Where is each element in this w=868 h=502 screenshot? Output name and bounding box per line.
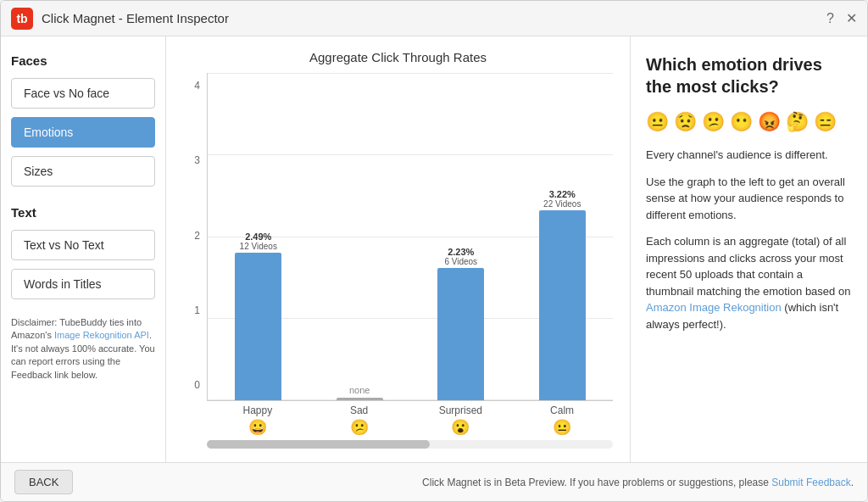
emotions-button[interactable]: Emotions [11, 117, 155, 148]
emotion-emoji-2: 😟 [674, 111, 697, 133]
center-panel: Aggregate Click Through Rates 4 3 2 1 0 [166, 36, 630, 462]
window-title: Click Magnet - Element Inspector [42, 11, 229, 25]
x-axis-labels: Happy 😀 Sad 😕 Surprised 😮 [207, 404, 613, 435]
y-label-3: 3 [194, 154, 200, 166]
app-window: tb Click Magnet - Element Inspector ? ✕ … [0, 0, 868, 502]
x-text-calm: Calm [550, 404, 574, 416]
sizes-button[interactable]: Sizes [11, 156, 155, 187]
faces-section-title: Faces [11, 53, 155, 68]
right-panel-para1: Every channel's audience is different. [646, 147, 852, 164]
x-label-sad: Sad 😕 [309, 404, 410, 435]
app-logo: tb [11, 8, 33, 30]
right-panel: Which emotion drives the most clicks? 😐 … [630, 36, 867, 462]
footer-text: Click Magnet is in Beta Preview. If you … [422, 477, 854, 488]
bar-group-sad: none [309, 73, 411, 400]
title-bar-controls: ? ✕ [826, 12, 857, 25]
emoji-row: 😐 😟 😕 😶 😡 🤔 😑 [646, 111, 852, 133]
x-label-happy: Happy 😀 [207, 404, 309, 435]
title-bar-left: tb Click Magnet - Element Inspector [11, 8, 229, 30]
bar-label-calm: 3.22% 22 Videos [543, 189, 581, 209]
x-text-surprised: Surprised [439, 404, 482, 416]
emoji-surprised: 😮 [451, 420, 470, 435]
bar-surprised [437, 268, 484, 400]
help-button[interactable]: ? [826, 12, 834, 25]
footer: BACK Click Magnet is in Beta Preview. If… [1, 462, 867, 501]
chart-title: Aggregate Click Through Rates [183, 50, 613, 64]
bar-group-surprised: 2.23% 6 Videos [410, 73, 512, 400]
emotion-emoji-3: 😕 [702, 111, 725, 133]
bar-group-calm: 3.22% 22 Videos [512, 73, 614, 400]
chart-scrollbar[interactable] [207, 440, 613, 449]
y-label-4: 4 [194, 80, 200, 92]
title-bar: tb Click Magnet - Element Inspector ? ✕ [1, 1, 867, 36]
x-label-surprised: Surprised 😮 [410, 404, 512, 435]
emoji-sad: 😕 [350, 420, 369, 435]
y-label-1: 1 [194, 304, 200, 316]
x-label-calm: Calm 😐 [511, 404, 613, 435]
rekognition-link[interactable]: Amazon Image Rekognition [646, 301, 782, 314]
rekognition-link1[interactable]: Image Rekognition API [54, 330, 149, 340]
bar-label-sad: none [349, 385, 370, 395]
back-button[interactable]: BACK [14, 470, 73, 494]
emotion-emoji-4: 😶 [730, 111, 753, 133]
y-label-0: 0 [194, 379, 200, 391]
emotion-emoji-7: 😑 [814, 111, 837, 133]
y-label-2: 2 [194, 230, 200, 242]
bars-container: 2.49% 12 Videos none [207, 73, 613, 401]
submit-feedback-link[interactable]: Submit Feedback [771, 477, 850, 488]
text-section-title: Text [11, 205, 155, 220]
y-axis: 4 3 2 1 0 [183, 73, 207, 435]
sidebar-disclaimer: Disclaimer: TubeBuddy ties into Amazon's… [11, 316, 155, 382]
bar-sad [337, 398, 383, 400]
emotion-emoji-5: 😡 [758, 111, 781, 133]
scrollbar-thumb [207, 440, 430, 449]
bar-label-happy: 2.49% 12 Videos [240, 231, 277, 251]
words-in-titles-button[interactable]: Words in Titles [11, 269, 155, 299]
emoji-happy: 😀 [248, 420, 267, 435]
x-text-happy: Happy [243, 404, 273, 416]
bar-happy [235, 253, 281, 400]
face-vs-noface-button[interactable]: Face vs No face [11, 78, 155, 109]
bar-label-surprised: 2.23% 6 Videos [444, 247, 477, 266]
right-panel-para2: Use the graph to the left to get an over… [646, 174, 852, 224]
chart-area: 4 3 2 1 0 [183, 73, 613, 449]
chart-inner: 4 3 2 1 0 [183, 73, 613, 435]
chart-body: 2.49% 12 Videos none [207, 73, 613, 435]
right-panel-title: Which emotion drives the most clicks? [646, 53, 852, 98]
emotion-emoji-6: 🤔 [786, 111, 809, 133]
bar-calm [539, 210, 586, 400]
x-text-sad: Sad [350, 404, 368, 416]
right-panel-para3: Each column is an aggregate (total) of a… [646, 233, 852, 332]
main-content: Faces Face vs No face Emotions Sizes Tex… [1, 36, 867, 462]
emotion-emoji-1: 😐 [646, 111, 669, 133]
close-button[interactable]: ✕ [846, 12, 857, 25]
text-vs-notext-button[interactable]: Text vs No Text [11, 230, 155, 260]
sidebar: Faces Face vs No face Emotions Sizes Tex… [1, 36, 166, 462]
bar-group-happy: 2.49% 12 Videos [208, 73, 309, 400]
emoji-calm: 😐 [553, 420, 571, 435]
